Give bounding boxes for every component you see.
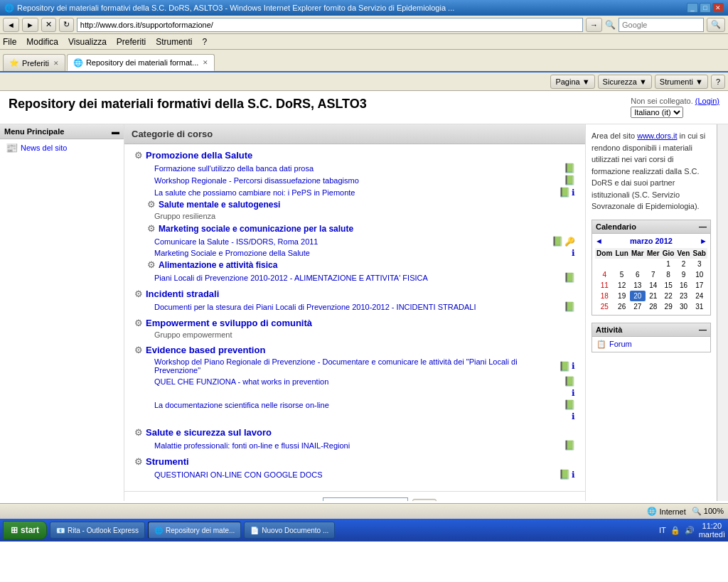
calendar-day[interactable]: 20 bbox=[630, 291, 646, 301]
calendar-day[interactable]: 31 bbox=[691, 301, 707, 312]
category-promozione-link[interactable]: Promozione della Salute bbox=[146, 150, 252, 161]
calendar-day[interactable]: 15 bbox=[661, 280, 676, 291]
calendar-day[interactable]: 27 bbox=[630, 301, 646, 312]
course-malattie-link[interactable]: Malattie professionali: fonti on-line e … bbox=[154, 441, 564, 450]
go-button[interactable]: → bbox=[586, 18, 602, 32]
calendar-day[interactable]: 30 bbox=[676, 301, 692, 312]
calendar-day[interactable]: 16 bbox=[676, 280, 692, 291]
sidebar-item-news[interactable]: 📰 News del sito bbox=[0, 139, 124, 156]
course-questionari-link[interactable]: QUESTIONARI ON-LINE CON GOOGLE DOCS bbox=[154, 470, 559, 479]
url-input[interactable] bbox=[77, 18, 583, 32]
search-button[interactable]: Vai bbox=[412, 499, 436, 501]
subcategory-salute-mentale-link[interactable]: Salute mentale e salutogenesi bbox=[159, 200, 280, 210]
calendar-day[interactable]: 4 bbox=[595, 269, 614, 280]
minimize-button[interactable]: _ bbox=[687, 3, 698, 13]
calendar-day[interactable]: 5 bbox=[614, 269, 629, 280]
calendar-day[interactable]: 1 bbox=[661, 259, 676, 269]
course-documentazione-link[interactable]: La documentazione scientifica nelle riso… bbox=[154, 401, 564, 409]
course-piani-alimentazione-link[interactable]: Piani Locali di Prevenzione 2010-2012 - … bbox=[154, 274, 564, 282]
menu-file[interactable]: File bbox=[3, 37, 16, 47]
course-workshop-piano-link[interactable]: Workshop del Piano Regionale di Prevenzi… bbox=[154, 357, 559, 374]
tab-repository[interactable]: 🌐 Repository dei materiali format... ✕ bbox=[67, 54, 215, 71]
category-evidence-link[interactable]: Evidence based prevention bbox=[146, 345, 265, 355]
course-comunicare-link[interactable]: Comunicare la Salute - ISS/DORS, Roma 20… bbox=[154, 237, 552, 246]
menu-visualizza[interactable]: Visualizza bbox=[68, 37, 107, 47]
google-search-button[interactable]: 🔍 bbox=[707, 18, 725, 32]
taskbar-word[interactable]: 📄 Nuovo Documento ... bbox=[244, 522, 335, 539]
calendar-collapse-icon[interactable]: — bbox=[699, 222, 707, 231]
calendar-day[interactable]: 17 bbox=[691, 280, 707, 291]
taskbar-ie[interactable]: 🌐 Repository dei mate... bbox=[148, 522, 241, 539]
search-input[interactable] bbox=[323, 497, 408, 501]
calendar-day[interactable]: 26 bbox=[614, 301, 629, 312]
stop-button[interactable]: ✕ bbox=[41, 18, 56, 32]
pagina-button[interactable]: Pagina ▼ bbox=[550, 75, 594, 89]
info-icon-2[interactable]: ℹ bbox=[572, 248, 575, 258]
main-scrollbar[interactable] bbox=[717, 124, 728, 501]
forward-button[interactable]: ► bbox=[22, 18, 38, 32]
course-banca-dati-link[interactable]: Formazione sull'utilizzo della banca dat… bbox=[154, 164, 564, 173]
calendar-day[interactable]: 22 bbox=[661, 291, 676, 301]
course-marketing-sociale-link[interactable]: Marketing Sociale e Promozione della Sal… bbox=[154, 249, 572, 257]
tab-repository-close[interactable]: ✕ bbox=[203, 59, 208, 66]
subcategory-alimentazione-link[interactable]: Alimentazione e attività fisica bbox=[159, 260, 277, 270]
category-sicurezza-link[interactable]: Salute e sicurezza sul lavoro bbox=[146, 427, 272, 438]
calendar-day[interactable]: 14 bbox=[646, 280, 661, 291]
calendar-day[interactable]: 10 bbox=[691, 269, 707, 280]
language-select[interactable]: Italiano (it) bbox=[631, 107, 683, 118]
menu-strumenti[interactable]: Strumenti bbox=[156, 37, 192, 47]
calendar-day[interactable]: 8 bbox=[661, 269, 676, 280]
course-quel-che-link[interactable]: QUEL CHE FUNZIONA - what works in preven… bbox=[154, 377, 564, 386]
refresh-button[interactable]: ↻ bbox=[59, 18, 74, 32]
calendar-day[interactable]: 18 bbox=[595, 291, 614, 301]
start-button[interactable]: ⊞ start bbox=[3, 521, 47, 539]
info-icon-4[interactable]: ℹ bbox=[572, 388, 575, 398]
calendar-day[interactable]: 21 bbox=[646, 291, 661, 301]
info-icon-6[interactable]: ℹ bbox=[572, 470, 575, 480]
calendar-day[interactable]: 19 bbox=[614, 291, 629, 301]
close-button[interactable]: ✕ bbox=[712, 3, 724, 13]
subcategory-marketing-link[interactable]: Marketing sociale e comunicazione per la… bbox=[159, 224, 353, 234]
maximize-button[interactable]: □ bbox=[700, 3, 711, 13]
calendar-day[interactable]: 11 bbox=[595, 280, 614, 291]
help-button[interactable]: ? bbox=[711, 75, 725, 89]
category-incidenti-link[interactable]: Incidenti stradali bbox=[146, 289, 219, 299]
calendar-day[interactable]: 29 bbox=[661, 301, 676, 312]
course-incidenti-link[interactable]: Documenti per la stesura dei Piani Local… bbox=[154, 303, 564, 311]
info-icon-1[interactable]: ℹ bbox=[572, 188, 575, 198]
calendar-day[interactable]: 2 bbox=[676, 259, 692, 269]
calendar-day[interactable]: 13 bbox=[630, 280, 646, 291]
category-empowerment-link[interactable]: Empowerment e sviluppo di comunità bbox=[146, 318, 312, 328]
sidebar-collapse-icon[interactable]: ▬ bbox=[112, 127, 119, 136]
course-tabagismo-link[interactable]: Workshop Regionale - Percorsi disassuefa… bbox=[154, 176, 564, 185]
calendar-day[interactable]: 28 bbox=[646, 301, 661, 312]
calendar-day[interactable]: 12 bbox=[614, 280, 629, 291]
strumenti-button[interactable]: Strumenti ▼ bbox=[655, 75, 708, 89]
tab-preferiti[interactable]: ⭐ Preferiti ✕ bbox=[3, 54, 65, 71]
calendar-day[interactable]: 7 bbox=[646, 269, 661, 280]
info-icon-5[interactable]: ℹ bbox=[572, 411, 575, 421]
taskbar-outlook[interactable]: 📧 Rita - Outlook Express bbox=[50, 522, 145, 539]
dors-link[interactable]: www.dors.it bbox=[637, 131, 677, 140]
back-button[interactable]: ◄ bbox=[3, 18, 19, 32]
menu-help[interactable]: ? bbox=[203, 37, 208, 47]
calendar-prev[interactable]: ◄ bbox=[595, 237, 603, 245]
menu-preferiti[interactable]: Preferiti bbox=[117, 37, 146, 47]
forum-link[interactable]: Forum bbox=[609, 340, 632, 348]
sicurezza-button[interactable]: Sicurezza ▼ bbox=[598, 75, 652, 89]
calendar-day[interactable]: 25 bbox=[595, 301, 614, 312]
news-link[interactable]: News del sito bbox=[21, 144, 67, 152]
calendar-day[interactable]: 9 bbox=[676, 269, 692, 280]
tab-preferiti-close[interactable]: ✕ bbox=[53, 60, 59, 67]
google-search-input[interactable] bbox=[619, 18, 704, 32]
activities-collapse-icon[interactable]: — bbox=[699, 325, 707, 334]
calendar-day[interactable]: 6 bbox=[630, 269, 646, 280]
login-link[interactable]: (Login) bbox=[695, 97, 719, 105]
course-peps-link[interactable]: La salute che possiamo cambiare noi: i P… bbox=[154, 188, 559, 197]
category-strumenti-link[interactable]: Strumenti bbox=[146, 456, 189, 467]
calendar-next[interactable]: ► bbox=[700, 237, 707, 245]
info-icon-3[interactable]: ℹ bbox=[572, 361, 575, 371]
calendar-day[interactable]: 24 bbox=[691, 291, 707, 301]
calendar-day[interactable]: 3 bbox=[691, 259, 707, 269]
menu-modifica[interactable]: Modifica bbox=[26, 37, 58, 47]
